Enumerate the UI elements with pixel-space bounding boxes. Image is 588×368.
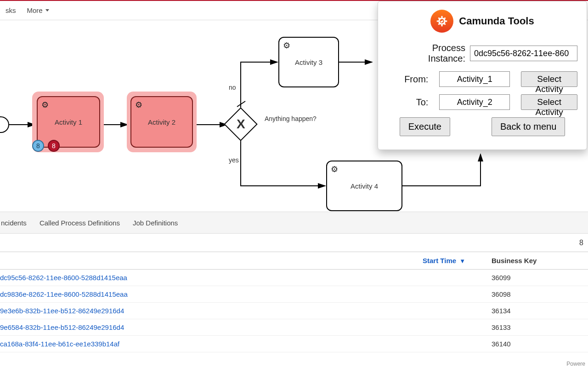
gear-icon: ⚙ <box>283 40 290 51</box>
process-instance-input[interactable] <box>470 46 577 61</box>
gateway-label: Anything happen? <box>265 115 317 122</box>
activity-4-label: Activity 4 <box>351 182 378 190</box>
table-row: dc95c56-8262-11ee-8600-5288d1415eaa 3609… <box>0 270 588 286</box>
instance-link[interactable]: 9e3e6b-832b-11ee-b512-86249e2916d4 <box>0 307 423 315</box>
table-row: 9e3e6b-832b-11ee-b512-86249e2916d4 36134 <box>0 303 588 319</box>
nav-more[interactable]: More <box>22 6 55 14</box>
instance-link[interactable]: 9e6584-832b-11ee-b512-86249e2916d4 <box>0 323 423 331</box>
back-to-menu-button[interactable]: Back to menu <box>492 117 565 136</box>
table-row: 9e6584-832b-11ee-b512-86249e2916d4 36133 <box>0 319 588 336</box>
pi-label: Process Instance: <box>401 43 465 64</box>
tools-logo-icon <box>430 10 453 33</box>
col-business-key: Business Key <box>492 257 588 264</box>
instances-table-body: dc95c56-8262-11ee-8600-5288d1415eaa 3609… <box>0 270 588 352</box>
business-key: 36098 <box>492 290 588 298</box>
gear-icon: ⚙ <box>135 100 142 110</box>
activity-2-label: Activity 2 <box>148 118 175 126</box>
from-activity-input[interactable] <box>439 71 510 87</box>
tab-job-defs[interactable]: Job Definitions <box>133 219 178 227</box>
flow-label-yes: yes <box>229 156 239 164</box>
to-activity-input[interactable] <box>439 94 510 110</box>
activity-2[interactable]: ⚙ Activity 2 <box>130 96 193 148</box>
instance-link[interactable]: dc9836e-8262-11ee-8600-5288d1415eaa <box>0 290 423 298</box>
business-key: 36140 <box>492 340 588 348</box>
running-count-badge[interactable]: 8 <box>32 140 44 152</box>
panel-title: Camunda Tools <box>459 15 534 27</box>
camunda-tools-panel: Camunda Tools Process Instance: From: Se… <box>378 1 587 150</box>
activity-4[interactable]: ⚙ Activity 4 <box>326 161 402 211</box>
gear-icon: ⚙ <box>331 164 338 174</box>
nav-more-label: More <box>27 6 43 14</box>
incidents-count-badge[interactable]: 8 <box>48 140 60 152</box>
flow-label-no: no <box>229 84 236 91</box>
activity-3[interactable]: ⚙ Activity 3 <box>278 37 339 87</box>
tab-called-defs[interactable]: Called Process Definitions <box>40 219 120 227</box>
result-count: 8 <box>0 234 588 252</box>
table-row: dc9836e-8262-11ee-8600-5288d1415eaa 3609… <box>0 286 588 303</box>
activity-1[interactable]: ⚙ Activity 1 <box>37 96 100 148</box>
activity-1-label: Activity 1 <box>55 118 82 126</box>
business-key: 36133 <box>492 323 588 331</box>
powered-by: Powere <box>566 361 585 367</box>
details-tabs: ncidents Called Process Definitions Job … <box>0 212 588 234</box>
instance-link[interactable]: ca168a-83f4-11ee-b61c-ee1e339b14af <box>0 340 423 348</box>
col-start-time[interactable]: Start Time ▼ <box>423 257 492 264</box>
to-label: To: <box>401 97 428 108</box>
business-key: 36099 <box>492 274 588 282</box>
business-key: 36134 <box>492 307 588 315</box>
nav-tasks[interactable]: sks <box>0 6 22 14</box>
chevron-down-icon <box>45 9 49 12</box>
instances-table-header: Start Time ▼ Business Key <box>0 252 588 270</box>
select-to-activity-button[interactable]: Select Activity <box>521 94 577 110</box>
sort-desc-icon: ▼ <box>459 258 465 264</box>
table-row: ca168a-83f4-11ee-b61c-ee1e339b14af 36140 <box>0 336 588 352</box>
activity-3-label: Activity 3 <box>295 58 322 66</box>
from-label: From: <box>401 74 428 85</box>
gear-icon: ⚙ <box>41 100 49 110</box>
select-from-activity-button[interactable]: Select Activity <box>521 71 577 87</box>
execute-button[interactable]: Execute <box>400 117 450 136</box>
instance-link[interactable]: dc95c56-8262-11ee-8600-5288d1415eaa <box>0 274 423 282</box>
tab-incidents[interactable]: ncidents <box>1 219 27 227</box>
